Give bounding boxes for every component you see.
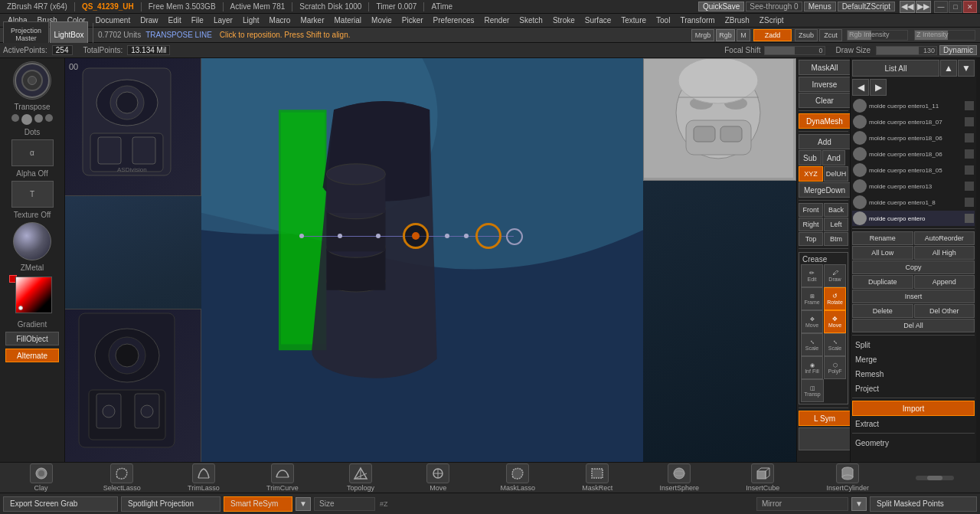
- menu-draw[interactable]: Draw: [136, 15, 162, 25]
- extract-button[interactable]: Extract: [852, 417, 975, 431]
- and-button[interactable]: And: [822, 150, 845, 165]
- list-all-button[interactable]: List All: [852, 60, 939, 77]
- quicksave-button[interactable]: QuickSave: [698, 2, 744, 11]
- menu-marker[interactable]: Marker: [296, 15, 328, 25]
- subtool-item-5[interactable]: molde cuerpo entero13: [852, 178, 975, 194]
- mirror-options[interactable]: ▼: [851, 497, 867, 511]
- subtool-item-3[interactable]: molde cuerpo entero18_06: [852, 146, 975, 162]
- menu-material[interactable]: Material: [330, 15, 367, 25]
- menu-movie[interactable]: Movie: [367, 15, 397, 25]
- scale-button2[interactable]: ⤡ Scale: [824, 333, 846, 356]
- defaultzscript-button[interactable]: DefaultZScript: [838, 2, 895, 11]
- autoreorder-button[interactable]: AutoReorder: [914, 231, 975, 245]
- rename-button[interactable]: Rename: [852, 231, 913, 245]
- dynamesh-button[interactable]: DynaMesh: [799, 113, 850, 129]
- inflate-button[interactable]: ◉ Inf Fill: [801, 356, 823, 379]
- texture-thumb[interactable]: T: [11, 181, 54, 208]
- deluh-button[interactable]: DelUH: [824, 166, 848, 182]
- spotlight-projection-button[interactable]: Spotlight Projection: [121, 496, 220, 512]
- subtool-down-arrow[interactable]: ▼: [958, 60, 975, 77]
- move-button2[interactable]: ✥ Move: [824, 310, 846, 333]
- draw-size-slider[interactable]: 130: [876, 46, 937, 55]
- transp-button[interactable]: ◫ Transp: [801, 379, 824, 402]
- insert-button[interactable]: Insert: [852, 290, 975, 303]
- append-button[interactable]: Append: [914, 275, 975, 289]
- subtool-item-7[interactable]: molde cuerpo entero: [852, 211, 975, 226]
- bottom-scroll-indicator[interactable]: [916, 476, 954, 480]
- sub-button[interactable]: Sub: [799, 150, 822, 165]
- duplicate-button[interactable]: Duplicate: [852, 275, 913, 289]
- zsub-button[interactable]: Zsub: [795, 29, 818, 41]
- add-button[interactable]: Add: [799, 134, 850, 149]
- right-view-button[interactable]: Right: [799, 218, 823, 231]
- m-button[interactable]: M: [737, 29, 750, 41]
- rgb-intensity-slider[interactable]: Rgb Intensity: [847, 30, 908, 41]
- subtool-item-2[interactable]: molde cuerpo entero18_06: [852, 130, 975, 146]
- clay-tool[interactable]: Clay: [26, 463, 57, 492]
- smart-resym-button[interactable]: Smart ReSym: [224, 496, 292, 512]
- insert-cylinder-tool[interactable]: InsertCylinder: [826, 463, 869, 492]
- focal-shift-slider[interactable]: 0: [764, 46, 825, 55]
- insert-sphere-tool[interactable]: InsertSphere: [659, 463, 699, 492]
- nav-button1[interactable]: ◀◀: [900, 1, 915, 13]
- all-high-button[interactable]: All High: [914, 246, 975, 260]
- rgb-button[interactable]: Rgb: [716, 29, 735, 41]
- select-lasso-tool[interactable]: SelectLasso: [103, 463, 141, 492]
- rotate-tool-button[interactable]: ↺ Rotate: [824, 287, 846, 310]
- scale-button1[interactable]: ⤡ Scale: [801, 333, 823, 356]
- color-gradient[interactable]: [15, 277, 52, 313]
- split-masked-points-button[interactable]: Split Masked Points: [870, 496, 977, 512]
- subtool-item-6[interactable]: molde cuerpo entero1_8: [852, 195, 975, 210]
- btm-button[interactable]: Btm: [824, 232, 848, 246]
- trim-curve-tool[interactable]: TrimCurve: [266, 463, 299, 492]
- subtool-right-arrow[interactable]: ▶: [870, 79, 887, 96]
- del-all-button[interactable]: Del All: [852, 319, 975, 332]
- move-tool[interactable]: Move: [423, 463, 453, 492]
- export-screen-grab-button[interactable]: Export Screen Grab: [3, 496, 118, 512]
- delete-button[interactable]: Delete: [852, 304, 913, 318]
- mrgb-button[interactable]: Mrgb: [691, 29, 714, 41]
- window-close[interactable]: ✕: [963, 1, 977, 13]
- size-slider[interactable]: Size: [314, 497, 375, 511]
- merge-button[interactable]: Merge: [852, 352, 975, 366]
- copy-button[interactable]: Copy: [852, 260, 975, 274]
- split-button[interactable]: Split: [852, 338, 975, 352]
- menu-file[interactable]: File: [187, 15, 208, 25]
- subtool-item-4[interactable]: molde cuerpo entero18_05: [852, 162, 975, 178]
- topology-tool[interactable]: Topology: [345, 463, 376, 492]
- zadd-button[interactable]: Zadd: [753, 29, 792, 41]
- zcut-button[interactable]: Zcut: [819, 29, 842, 41]
- subtool-up-arrow[interactable]: ▲: [940, 60, 957, 77]
- import-button[interactable]: Import: [852, 401, 975, 416]
- all-low-button[interactable]: All Low: [852, 246, 913, 260]
- menu-render[interactable]: Render: [480, 15, 514, 25]
- mask-lasso-tool[interactable]: MaskLasso: [500, 463, 535, 492]
- move-button1[interactable]: ✥ Move: [801, 310, 823, 333]
- menu-zbrush[interactable]: ZBrush: [720, 15, 754, 25]
- edit-tool-button[interactable]: ✏ Edit: [801, 264, 823, 287]
- dynamic-button[interactable]: Dynamic: [939, 45, 977, 55]
- menu-surface[interactable]: Surface: [580, 15, 616, 25]
- lsym-button[interactable]: L Sym: [799, 411, 850, 426]
- subtool-item-0[interactable]: molde cuerpo entero1_11: [852, 98, 975, 113]
- del-other-button[interactable]: Del Other: [914, 304, 975, 318]
- window-minimize[interactable]: —: [934, 1, 948, 13]
- polyf-button[interactable]: ⬡ PolyF: [824, 356, 846, 379]
- mergedown-button[interactable]: MergeDown: [799, 182, 850, 198]
- zmetal-sphere[interactable]: [13, 222, 51, 260]
- menus-button[interactable]: Menus: [804, 2, 836, 11]
- clear-button[interactable]: Clear: [799, 93, 850, 108]
- insert-cube-tool[interactable]: InsertCube: [746, 463, 779, 492]
- window-maximize[interactable]: □: [949, 1, 962, 13]
- menu-light[interactable]: Light: [238, 15, 264, 25]
- menu-texture[interactable]: Texture: [616, 15, 651, 25]
- top-button[interactable]: Top: [799, 232, 823, 246]
- transpose-gizmo[interactable]: [13, 61, 51, 100]
- maskall-button[interactable]: MaskAll: [799, 60, 850, 75]
- draw-tool-button[interactable]: 🖊 Draw: [824, 264, 846, 287]
- menu-edit[interactable]: Edit: [164, 15, 186, 25]
- mask-rect-tool[interactable]: MaskRect: [582, 463, 612, 492]
- frame-button[interactable]: ⊞ Frame: [801, 287, 823, 310]
- z-intensity-slider[interactable]: Z Intensity: [914, 30, 975, 41]
- last-tool-slot[interactable]: [799, 427, 850, 450]
